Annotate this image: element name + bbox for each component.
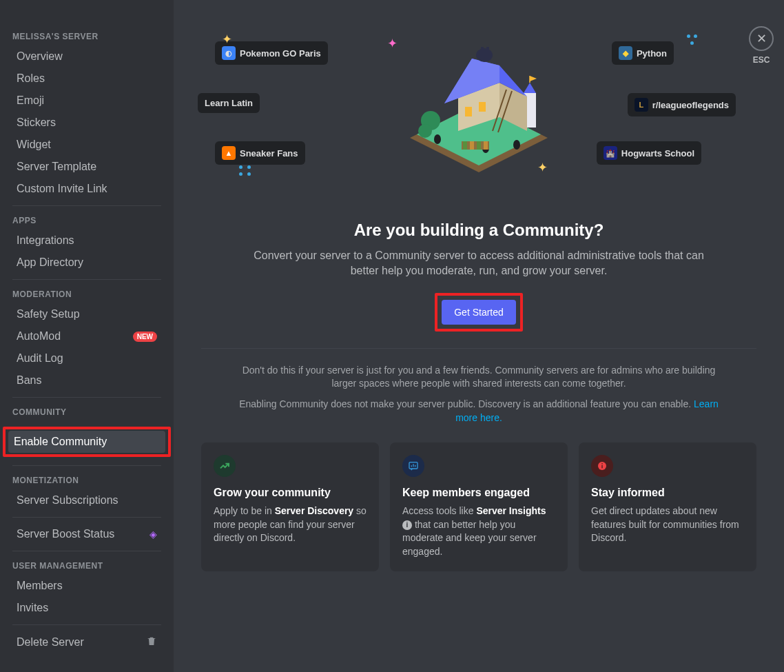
sidebar-item-label: Members <box>17 580 63 592</box>
main-content: ✕ ESC ◐ Pokemon GO Paris ◆ Python Learn … <box>174 0 784 672</box>
sidebar-item-stickers[interactable]: Stickers <box>11 112 163 134</box>
sidebar-item-boost-status[interactable]: Server Boost Status ◈ <box>11 523 163 545</box>
sidebar-header-user-management: USER MANAGEMENT <box>11 557 163 575</box>
sidebar-item-app-directory[interactable]: App Directory <box>11 252 163 274</box>
chip-label: Sneaker Fans <box>240 148 298 159</box>
sidebar-item-server-template[interactable]: Server Template <box>11 156 163 178</box>
svg-rect-30 <box>601 463 602 464</box>
highlight-enable-community: Enable Community <box>3 427 171 457</box>
sidebar-item-label: Overview <box>17 50 63 63</box>
sidebar-item-label: Safety Setup <box>17 308 80 320</box>
divider <box>12 465 161 466</box>
page-title: Are you building a Community? <box>201 221 756 240</box>
svg-rect-25 <box>477 141 481 150</box>
new-badge: NEW <box>133 332 157 342</box>
divider <box>201 348 756 349</box>
sidebar-item-bans[interactable]: Bans <box>11 369 163 391</box>
sidebar-header-moderation: MODERATION <box>11 285 163 303</box>
svg-point-16 <box>476 48 493 62</box>
svg-marker-5 <box>524 83 536 93</box>
server-chip-league: L r/leagueoflegends <box>628 93 736 116</box>
sidebar-item-label: App Directory <box>17 256 83 269</box>
fineprint-discovery: Enabling Community does not make your se… <box>238 398 720 425</box>
trash-icon <box>146 635 157 649</box>
card-title: Grow your community <box>214 487 367 499</box>
info-alert-icon <box>591 455 613 477</box>
chat-insights-icon <box>402 455 424 477</box>
sidebar-item-custom-invite[interactable]: Custom Invite Link <box>11 178 163 200</box>
svg-rect-24 <box>470 141 474 150</box>
python-icon: ◆ <box>619 46 632 60</box>
hero-illustration-area: ◐ Pokemon GO Paris ◆ Python Learn Latin … <box>201 28 756 207</box>
sidebar-item-safety-setup[interactable]: Safety Setup <box>11 303 163 325</box>
sidebar-item-label: AutoMod <box>17 330 61 343</box>
boost-icon: ◈ <box>149 529 157 540</box>
card-body: Access tools like Server Insights i that… <box>402 505 555 558</box>
card-title: Keep members engaged <box>402 487 555 499</box>
sidebar-item-automod[interactable]: AutoMod NEW <box>11 325 163 347</box>
svg-marker-7 <box>530 76 537 81</box>
svg-point-20 <box>513 140 520 150</box>
sidebar-item-members[interactable]: Members <box>11 575 163 597</box>
sidebar-item-label: Roles <box>17 72 45 85</box>
svg-point-19 <box>434 134 441 144</box>
sidebar-item-label: Integrations <box>17 234 74 247</box>
sidebar-item-label: Widget <box>17 139 51 151</box>
sidebar-header-community: COMMUNITY <box>11 403 163 421</box>
page-subtitle: Convert your server to a Community serve… <box>245 248 713 279</box>
sidebar-item-label: Stickers <box>17 116 56 129</box>
chip-label: Pokemon GO Paris <box>240 48 321 59</box>
sidebar-item-emoji[interactable]: Emoji <box>11 90 163 112</box>
sidebar-item-roles[interactable]: Roles <box>11 68 163 90</box>
sidebar-item-label: Server Boost Status <box>17 528 114 540</box>
sidebar-item-label: Custom Invite Link <box>17 183 107 195</box>
feature-cards: Grow your community Apply to be in Serve… <box>201 442 756 571</box>
sidebar-item-label: Server Template <box>17 161 96 173</box>
fineprint-text: Enabling Community does not make your se… <box>239 398 694 409</box>
sneaker-icon: ▲ <box>222 146 236 160</box>
league-icon: L <box>635 98 648 112</box>
chip-label: Python <box>637 48 667 59</box>
sidebar-item-label: Server Subscriptions <box>17 494 118 507</box>
get-started-button[interactable]: Get Started <box>442 300 516 325</box>
server-chip-python: ◆ Python <box>612 41 674 65</box>
divider <box>12 205 161 206</box>
sidebar-item-label: Invites <box>17 602 48 614</box>
sidebar-header-apps: APPS <box>11 212 163 230</box>
sidebar-item-label: Delete Server <box>17 636 84 649</box>
sidebar-item-server-subscriptions[interactable]: Server Subscriptions <box>11 489 163 511</box>
sidebar-item-widget[interactable]: Widget <box>11 134 163 156</box>
sidebar-header-server: MELISSA'S SERVER <box>11 28 163 45</box>
dots-decoration <box>684 34 698 48</box>
server-chip-sneaker: ▲ Sneaker Fans <box>215 141 305 165</box>
sidebar-item-audit-log[interactable]: Audit Log <box>11 347 163 369</box>
settings-sidebar: MELISSA'S SERVER Overview Roles Emoji St… <box>0 0 174 672</box>
svg-rect-29 <box>601 465 602 469</box>
sidebar-item-label: Bans <box>17 374 41 387</box>
card-title: Stay informed <box>591 487 744 499</box>
divider <box>12 397 161 398</box>
svg-rect-17 <box>481 47 484 52</box>
svg-rect-23 <box>463 141 467 150</box>
sidebar-header-monetization: MONETIZATION <box>11 471 163 489</box>
svg-rect-18 <box>486 47 489 52</box>
svg-point-3 <box>418 124 432 138</box>
card-body: Apply to be in Server Discovery so more … <box>214 505 367 545</box>
svg-rect-12 <box>465 107 472 116</box>
card-grow-community: Grow your community Apply to be in Serve… <box>201 442 379 571</box>
sidebar-item-delete-server[interactable]: Delete Server <box>11 631 163 654</box>
server-chip-hogwarts: 🏰 Hogwarts School <box>597 141 701 165</box>
svg-rect-13 <box>479 102 486 112</box>
castle-icon: 🏰 <box>604 146 617 160</box>
sidebar-item-overview[interactable]: Overview <box>11 45 163 68</box>
chip-label: Learn Latin <box>205 98 253 108</box>
sidebar-item-enable-community[interactable]: Enable Community <box>8 431 165 453</box>
chip-label: Hogwarts School <box>621 148 694 159</box>
dots-decoration <box>239 165 253 179</box>
sidebar-item-integrations[interactable]: Integrations <box>11 230 163 252</box>
sidebar-item-invites[interactable]: Invites <box>11 597 163 619</box>
card-keep-engaged: Keep members engaged Access tools like S… <box>390 442 568 571</box>
sparkle-icon: ✦ <box>222 32 232 47</box>
trend-up-icon <box>214 455 236 477</box>
svg-rect-26 <box>484 141 488 150</box>
